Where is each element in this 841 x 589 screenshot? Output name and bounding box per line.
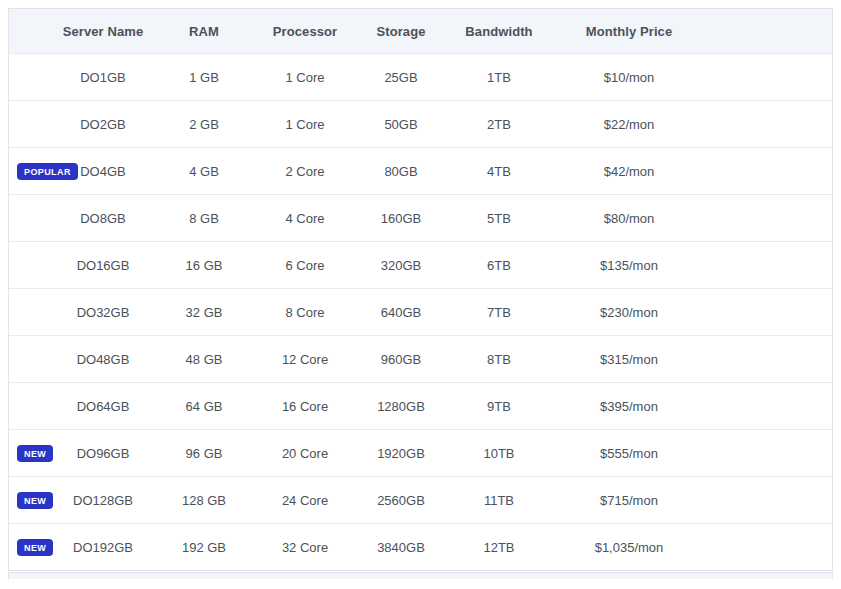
- cell-storage: 640GB: [351, 305, 451, 320]
- cell-bandwidth: 12TB: [451, 540, 547, 555]
- cell-processor: 32 Core: [259, 540, 351, 555]
- table-row-do8gb: DO8GB8 GB4 Core160GB5TB$80/mon: [9, 194, 832, 241]
- table-row-do2gb: DO2GB2 GB1 Core50GB2TB$22/mon: [9, 100, 832, 147]
- cell-bandwidth: 9TB: [451, 399, 547, 414]
- cell-storage: 80GB: [351, 164, 451, 179]
- column-header-processor: Processor: [259, 24, 351, 39]
- cell-monthly-price: $555/mon: [547, 446, 711, 461]
- cell-bandwidth: 7TB: [451, 305, 547, 320]
- cell-processor: 24 Core: [259, 493, 351, 508]
- cell-processor: 8 Core: [259, 305, 351, 320]
- cell-server-name: DO64GB: [57, 399, 149, 414]
- table-header-row: Server NameRAMProcessorStorageBandwidthM…: [9, 9, 832, 53]
- cell-ram: 1 GB: [149, 70, 259, 85]
- table-row-do48gb: DO48GB48 GB12 Core960GB8TB$315/mon: [9, 335, 832, 382]
- table-row-do96gb: NEWDO96GB96 GB20 Core1920GB10TB$555/mon: [9, 429, 832, 476]
- badge-cell: NEW: [9, 445, 57, 462]
- cell-ram: 192 GB: [149, 540, 259, 555]
- cell-server-name: DO8GB: [57, 211, 149, 226]
- column-header-ram: RAM: [149, 24, 259, 39]
- cell-ram: 128 GB: [149, 493, 259, 508]
- table-row-do192gb: NEWDO192GB192 GB32 Core3840GB12TB$1,035/…: [9, 523, 832, 570]
- cell-processor: 16 Core: [259, 399, 351, 414]
- table-body: DO1GB1 GB1 Core25GB1TB$10/monDO2GB2 GB1 …: [9, 53, 832, 570]
- next-section-header-strip: [8, 572, 833, 579]
- cell-ram: 16 GB: [149, 258, 259, 273]
- cell-storage: 3840GB: [351, 540, 451, 555]
- table-row-do1gb: DO1GB1 GB1 Core25GB1TB$10/mon: [9, 53, 832, 100]
- badge-cell: NEW: [9, 539, 57, 556]
- badge-cell: POPULAR: [9, 163, 57, 180]
- page-content: Server NameRAMProcessorStorageBandwidthM…: [8, 8, 833, 571]
- cell-processor: 2 Core: [259, 164, 351, 179]
- table-row-do32gb: DO32GB32 GB8 Core640GB7TB$230/mon: [9, 288, 832, 335]
- cell-server-name: DO32GB: [57, 305, 149, 320]
- cell-server-name: DO16GB: [57, 258, 149, 273]
- column-header-storage: Storage: [351, 24, 451, 39]
- cell-processor: 20 Core: [259, 446, 351, 461]
- cell-bandwidth: 1TB: [451, 70, 547, 85]
- new-badge: NEW: [17, 445, 53, 462]
- cell-processor: 6 Core: [259, 258, 351, 273]
- cell-server-name: DO192GB: [57, 540, 149, 555]
- table-row-do128gb: NEWDO128GB128 GB24 Core2560GB11TB$715/mo…: [9, 476, 832, 523]
- cell-monthly-price: $715/mon: [547, 493, 711, 508]
- cell-storage: 1280GB: [351, 399, 451, 414]
- cell-server-name: DO4GB: [57, 164, 149, 179]
- cell-server-name: DO48GB: [57, 352, 149, 367]
- table-row-do64gb: DO64GB64 GB16 Core1280GB9TB$395/mon: [9, 382, 832, 429]
- cell-monthly-price: $10/mon: [547, 70, 711, 85]
- cell-ram: 2 GB: [149, 117, 259, 132]
- cell-monthly-price: $42/mon: [547, 164, 711, 179]
- cell-ram: 96 GB: [149, 446, 259, 461]
- cell-bandwidth: 2TB: [451, 117, 547, 132]
- cell-storage: 320GB: [351, 258, 451, 273]
- cell-ram: 4 GB: [149, 164, 259, 179]
- cell-processor: 1 Core: [259, 70, 351, 85]
- cell-ram: 32 GB: [149, 305, 259, 320]
- cell-bandwidth: 11TB: [451, 493, 547, 508]
- cell-processor: 1 Core: [259, 117, 351, 132]
- cell-storage: 960GB: [351, 352, 451, 367]
- cell-storage: 2560GB: [351, 493, 451, 508]
- cell-ram: 8 GB: [149, 211, 259, 226]
- column-header-bandwidth: Bandwidth: [451, 24, 547, 39]
- server-pricing-table: Server NameRAMProcessorStorageBandwidthM…: [8, 8, 833, 571]
- cell-bandwidth: 10TB: [451, 446, 547, 461]
- table-row-do16gb: DO16GB16 GB6 Core320GB6TB$135/mon: [9, 241, 832, 288]
- cell-server-name: DO128GB: [57, 493, 149, 508]
- cell-processor: 12 Core: [259, 352, 351, 367]
- cell-monthly-price: $1,035/mon: [547, 540, 711, 555]
- cell-bandwidth: 8TB: [451, 352, 547, 367]
- cell-monthly-price: $230/mon: [547, 305, 711, 320]
- cell-storage: 160GB: [351, 211, 451, 226]
- table-row-do4gb: POPULARDO4GB4 GB2 Core80GB4TB$42/mon: [9, 147, 832, 194]
- new-badge: NEW: [17, 539, 53, 556]
- cell-bandwidth: 4TB: [451, 164, 547, 179]
- cell-storage: 50GB: [351, 117, 451, 132]
- column-header-server-name: Server Name: [57, 24, 149, 39]
- cell-monthly-price: $22/mon: [547, 117, 711, 132]
- new-badge: NEW: [17, 492, 53, 509]
- cell-storage: 1920GB: [351, 446, 451, 461]
- cell-server-name: DO96GB: [57, 446, 149, 461]
- cell-storage: 25GB: [351, 70, 451, 85]
- cell-monthly-price: $395/mon: [547, 399, 711, 414]
- cell-monthly-price: $315/mon: [547, 352, 711, 367]
- cell-server-name: DO1GB: [57, 70, 149, 85]
- cell-server-name: DO2GB: [57, 117, 149, 132]
- column-header-monthly-price: Monthly Price: [547, 24, 711, 39]
- cell-monthly-price: $135/mon: [547, 258, 711, 273]
- cell-bandwidth: 5TB: [451, 211, 547, 226]
- cell-processor: 4 Core: [259, 211, 351, 226]
- cell-monthly-price: $80/mon: [547, 211, 711, 226]
- cell-ram: 64 GB: [149, 399, 259, 414]
- cell-bandwidth: 6TB: [451, 258, 547, 273]
- cell-ram: 48 GB: [149, 352, 259, 367]
- badge-cell: NEW: [9, 492, 57, 509]
